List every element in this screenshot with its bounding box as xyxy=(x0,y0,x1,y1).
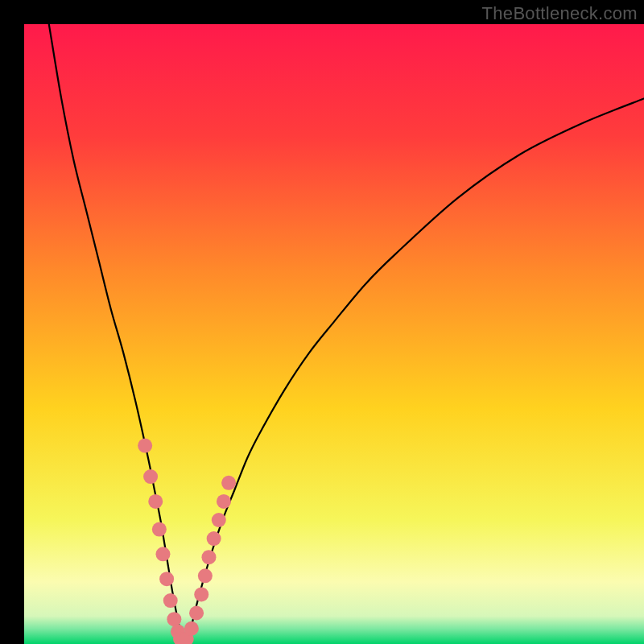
sample-point xyxy=(201,550,216,564)
sample-point xyxy=(138,439,152,453)
sample-point xyxy=(184,621,199,636)
sample-point xyxy=(167,612,181,626)
sample-points-group xyxy=(138,439,236,644)
sample-point xyxy=(152,522,167,537)
curve-layer xyxy=(24,24,644,644)
watermark-text: TheBottleneck.com xyxy=(482,3,638,24)
bottleneck-curve xyxy=(49,24,644,644)
sample-point xyxy=(194,587,208,601)
sample-point xyxy=(212,513,226,527)
sample-point xyxy=(221,476,236,490)
sample-point xyxy=(189,606,204,621)
chart-frame: TheBottleneck.com xyxy=(0,0,644,644)
sample-point xyxy=(207,531,221,546)
sample-point xyxy=(198,568,213,583)
sample-point xyxy=(163,593,178,608)
sample-point xyxy=(155,547,170,561)
sample-point xyxy=(217,494,231,509)
sample-point xyxy=(143,469,158,484)
sample-point xyxy=(159,572,174,586)
sample-point xyxy=(148,494,163,509)
plot-area xyxy=(24,24,644,644)
